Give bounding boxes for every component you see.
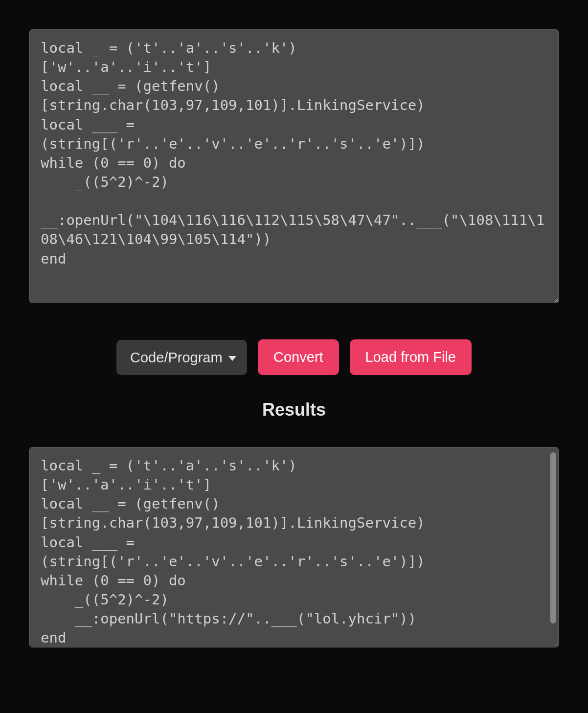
output-scrollbar-thumb[interactable]	[550, 452, 556, 624]
output-code-text: local _ = ('t'..'a'..'s'..'k') ['w'..'a'…	[41, 457, 425, 646]
output-wrapper: local _ = ('t'..'a'..'s'..'k') ['w'..'a'…	[29, 447, 559, 647]
mode-select[interactable]: Code/Program	[116, 340, 247, 375]
results-heading: Results	[29, 400, 559, 420]
mode-select-wrapper: Code/Program	[116, 340, 247, 375]
load-from-file-button[interactable]: Load from File	[350, 339, 472, 375]
controls-row: Code/Program Convert Load from File	[29, 339, 559, 375]
input-code-textarea[interactable]	[29, 29, 559, 303]
output-code-box[interactable]: local _ = ('t'..'a'..'s'..'k') ['w'..'a'…	[29, 447, 559, 647]
convert-button[interactable]: Convert	[258, 339, 339, 375]
output-scrollbar-track	[550, 452, 556, 632]
